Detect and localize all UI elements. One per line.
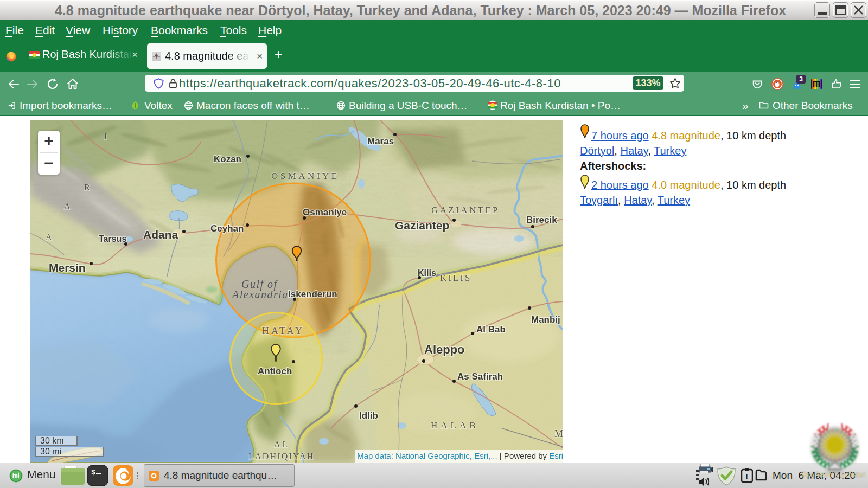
svg-text:Antioch: Antioch	[258, 366, 292, 376]
svg-text:R: R	[84, 183, 90, 192]
svg-text:As Safirah: As Safirah	[457, 371, 503, 382]
svg-text:$: $	[91, 468, 95, 477]
svg-text:Maras: Maras	[367, 136, 394, 146]
svg-text:GAZIANTEP: GAZIANTEP	[431, 205, 500, 215]
svg-text:HALAB: HALAB	[431, 420, 479, 431]
svg-text:KILIS: KILIS	[440, 273, 471, 283]
svg-text:M: M	[554, 428, 563, 439]
svg-text:A: A	[46, 233, 52, 242]
svg-text:Iskenderun: Iskenderun	[288, 289, 337, 299]
svg-text:Ceyhan: Ceyhan	[210, 223, 244, 234]
svg-text:Adana: Adana	[143, 228, 178, 241]
svg-text:Birecik: Birecik	[526, 215, 557, 225]
svg-text:I: I	[104, 132, 107, 141]
svg-text:A: A	[64, 202, 71, 211]
svg-text:Gaziantep: Gaziantep	[395, 219, 449, 232]
svg-text:AL: AL	[274, 440, 290, 449]
svg-text:Mersin: Mersin	[49, 261, 86, 274]
svg-text:LADHIQIYAH: LADHIQIYAH	[248, 452, 315, 461]
svg-text:Aleppo: Aleppo	[424, 343, 465, 356]
svg-text:Al Bab: Al Bab	[476, 324, 506, 335]
svg-text:Kilis: Kilis	[418, 268, 436, 278]
svg-text:Kozan: Kozan	[214, 154, 241, 164]
svg-text:Alexandria: Alexandria	[231, 288, 289, 300]
svg-text:Idlib: Idlib	[359, 410, 378, 421]
svg-text:Tarsus: Tarsus	[99, 234, 126, 243]
svg-text:OSMANIYE: OSMANIYE	[271, 171, 340, 181]
svg-text:Osmaniye: Osmaniye	[303, 207, 347, 217]
svg-text:Manbij: Manbij	[531, 314, 560, 325]
svg-text:!: !	[745, 472, 748, 481]
svg-text:HATAY: HATAY	[262, 325, 304, 336]
